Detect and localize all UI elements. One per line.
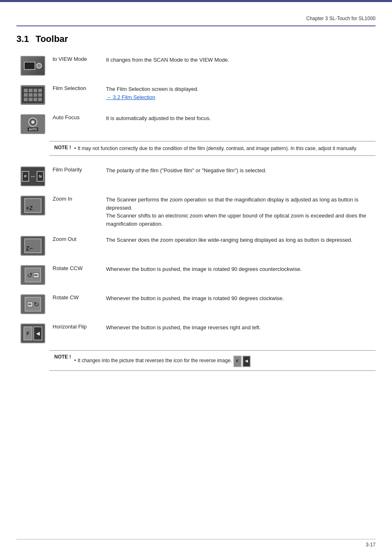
note-label-flip: NOTE ! xyxy=(54,354,71,367)
row-auto-focus-note: NOTE ! •It may not function correctly du… xyxy=(16,139,376,157)
rotate-cw-inner: RI ↻ xyxy=(25,297,41,312)
icon-cell-zoom-in: +Z xyxy=(16,192,49,232)
desc-zoom-in: The Scanner performs the zoom operation … xyxy=(103,192,376,232)
icon-film-polarity: P ↔ N xyxy=(21,166,45,186)
note-flip-dark: ◀ xyxy=(242,356,251,367)
row-zoom-out: Z− Zoom Out The Scanner does the zoom op… xyxy=(16,232,376,261)
chapter-header: Chapter 3 SL-Touch for SL1000 xyxy=(16,10,376,26)
desc-view-mode: It changes from the SCAN Mode to the VIE… xyxy=(103,52,376,81)
pol-box-n: N xyxy=(37,171,44,182)
icon-view-mode xyxy=(21,56,45,76)
row-film-polarity: P ↔ N Film Polarity The polarity of the … xyxy=(16,162,376,192)
zoom-in-box: +Z xyxy=(24,198,42,213)
row-rotate-cw: RI ↻ Rotate CW Whenever the button is pu… xyxy=(16,290,376,319)
flip-box-f: F xyxy=(23,326,32,340)
film-selection-link[interactable]: → 3.2 Film Selection xyxy=(106,94,155,100)
desc-zoom-out: The Scanner does the zoom operation like… xyxy=(103,232,376,261)
cw-arrow: ↻ xyxy=(34,301,39,308)
zoom-in-label: +Z xyxy=(26,205,33,211)
label-auto-focus: Auto Focus xyxy=(49,110,103,139)
row-zoom-in: +Z Zoom In The Scanner performs the zoom… xyxy=(16,192,376,232)
row-horizontal-flip: F ◀ Horizontal Flip Whenever the button … xyxy=(16,319,376,349)
row-auto-focus: AUTO Auto Focus It is automatically adju… xyxy=(16,110,376,139)
row-film-selection: Film Selection The Film Selection screen… xyxy=(16,81,376,110)
icon-cell-zoom-out: Z− xyxy=(16,232,49,261)
section-number: 3.1 xyxy=(16,34,29,44)
label-rotate-ccw: Rotate CCW xyxy=(49,261,103,290)
desc-horizontal-flip: Whenever the button is pushed, the image… xyxy=(103,319,376,349)
ccw-text: RI xyxy=(33,273,39,278)
icon-zoom-out: Z− xyxy=(21,236,45,256)
icon-cell-horizontal-flip: F ◀ xyxy=(16,319,49,349)
label-rotate-cw: Rotate CW xyxy=(49,290,103,319)
row-horizontal-flip-note: NOTE ! •It changes into the picture that… xyxy=(16,349,376,372)
note-box-auto-focus: NOTE ! •It may not function correctly du… xyxy=(49,141,376,156)
row-rotate-ccw: ↺ RI Rotate CCW Whenever the button is p… xyxy=(16,261,376,290)
zoom-out-box: Z− xyxy=(24,238,42,253)
desc-rotate-ccw: Whenever the button is pushed, the image… xyxy=(103,261,376,290)
icon-cell-auto-focus: AUTO xyxy=(16,110,49,139)
section-name: Toolbar xyxy=(36,34,68,44)
spacer-row-1 xyxy=(16,157,376,162)
label-film-selection: Film Selection xyxy=(49,81,103,110)
label-view-mode: to VIEW Mode xyxy=(49,52,103,81)
desc-film-polarity: The polarity of the film ("Positive film… xyxy=(103,162,376,192)
icon-auto-focus: AUTO xyxy=(21,114,45,134)
icon-cell-view-mode xyxy=(16,52,49,81)
note-flip-f: F xyxy=(233,356,242,367)
toolbar-table: to VIEW Mode It changes from the SCAN Mo… xyxy=(16,52,376,372)
top-accent-bar xyxy=(0,0,392,2)
icon-zoom-in: +Z xyxy=(21,196,45,215)
desc-film-selection: The Film Selection screen is displayed. … xyxy=(103,81,376,110)
pol-arrow: ↔ xyxy=(30,173,36,180)
page-number: 3-17 xyxy=(366,542,376,548)
note-content-flip: •It changes into the picture that revers… xyxy=(74,354,251,367)
rotate-ccw-inner: ↺ RI xyxy=(25,268,41,282)
zoom-out-label: Z− xyxy=(26,245,33,252)
icon-cell-film-selection xyxy=(16,81,49,110)
desc-rotate-cw: Whenever the button is pushed, the image… xyxy=(103,290,376,319)
chapter-title: Chapter 3 SL-Touch for SL1000 xyxy=(306,16,376,21)
row-view-mode: to VIEW Mode It changes from the SCAN Mo… xyxy=(16,52,376,81)
auto-circle xyxy=(28,118,37,127)
label-horizontal-flip: Horizontal Flip xyxy=(49,319,103,349)
auto-text: AUTO xyxy=(28,127,38,131)
camera-shape xyxy=(36,63,42,69)
pol-box-p: P xyxy=(22,171,29,182)
note-flip-icon: F ◀ xyxy=(233,356,251,367)
note-box-flip: NOTE ! •It changes into the picture that… xyxy=(49,350,376,371)
film-strip xyxy=(22,87,44,103)
icon-horizontal-flip: F ◀ xyxy=(21,324,45,343)
cw-text: RI xyxy=(27,302,33,307)
label-film-polarity: Film Polarity xyxy=(49,162,103,192)
label-zoom-out: Zoom Out xyxy=(49,232,103,261)
screen-shape xyxy=(24,62,35,70)
flip-box-dark: ◀ xyxy=(33,326,42,340)
note-content-auto-focus: •It may not function correctly due to th… xyxy=(74,145,357,152)
icon-cell-rotate-cw: RI ↻ xyxy=(16,290,49,319)
label-zoom-in: Zoom In xyxy=(49,192,103,232)
section-title: 3.1Toolbar xyxy=(16,34,376,44)
icon-cell-film-polarity: P ↔ N xyxy=(16,162,49,192)
icon-cell-rotate-ccw: ↺ RI xyxy=(16,261,49,290)
footer: 3-17 xyxy=(16,539,376,548)
note-label-auto-focus: NOTE ! xyxy=(54,145,71,152)
icon-film-selection xyxy=(21,85,45,105)
icon-rotate-cw: RI ↻ xyxy=(21,294,45,314)
ccw-arrow: ↺ xyxy=(27,271,32,279)
icon-rotate-ccw: ↺ RI xyxy=(21,265,45,285)
desc-auto-focus: It is automatically adjusted to the best… xyxy=(103,110,376,139)
